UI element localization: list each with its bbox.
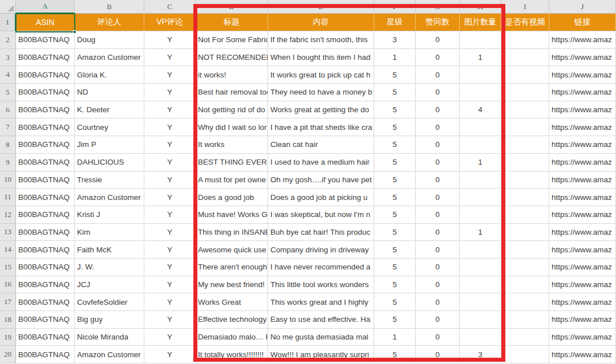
cell-F17[interactable]: 5 bbox=[374, 293, 416, 311]
cell-C5[interactable]: Y bbox=[144, 84, 196, 101]
column-letter-I[interactable]: I bbox=[501, 0, 549, 14]
cell-C11[interactable]: Y bbox=[144, 189, 196, 206]
cell-C2[interactable]: Y bbox=[144, 31, 196, 49]
header-cell-I1[interactable]: 是否有视频 bbox=[501, 14, 549, 31]
cell-A10[interactable]: B00BAGTNAQ bbox=[16, 171, 75, 189]
cell-D2[interactable]: Not For Some Fabric bbox=[196, 31, 268, 49]
cell-G10[interactable]: 0 bbox=[416, 171, 460, 189]
cell-J14[interactable]: https://www.amaz bbox=[549, 241, 616, 259]
cell-D13[interactable]: This thing in INSANE bbox=[196, 224, 268, 242]
header-cell-J1[interactable]: 链接 bbox=[549, 14, 616, 31]
cell-F20[interactable]: 5 bbox=[374, 346, 416, 363]
cell-B15[interactable]: J. W. bbox=[75, 259, 144, 276]
cell-J11[interactable]: https://www.amaz bbox=[549, 189, 616, 206]
cell-J20[interactable]: https://www.amaz bbox=[549, 346, 616, 363]
cell-F19[interactable]: 1 bbox=[374, 329, 416, 346]
cell-H13[interactable]: 1 bbox=[460, 224, 501, 242]
row-number-4[interactable]: 4 bbox=[0, 66, 16, 84]
cell-C20[interactable]: Y bbox=[144, 346, 196, 363]
cell-C3[interactable]: Y bbox=[144, 49, 196, 67]
cell-J4[interactable]: https://www.amaz bbox=[549, 66, 616, 84]
cell-B9[interactable]: DAHLICIOUS bbox=[75, 154, 144, 171]
cell-C19[interactable]: Y bbox=[144, 329, 196, 346]
cell-D14[interactable]: Awesome quick use bbox=[196, 241, 268, 259]
cell-G7[interactable]: 0 bbox=[416, 118, 460, 136]
row-number-8[interactable]: 8 bbox=[0, 136, 16, 154]
row-number-2[interactable]: 2 bbox=[0, 31, 16, 49]
cell-H6[interactable]: 4 bbox=[460, 101, 501, 119]
cell-I4[interactable] bbox=[501, 66, 549, 84]
cell-G9[interactable]: 0 bbox=[416, 154, 460, 171]
cell-B7[interactable]: Courtney bbox=[75, 118, 144, 136]
cell-H7[interactable] bbox=[460, 118, 501, 136]
cell-I5[interactable] bbox=[501, 84, 549, 101]
cell-G8[interactable]: 0 bbox=[416, 136, 460, 154]
cell-H11[interactable] bbox=[460, 189, 501, 206]
cell-H2[interactable] bbox=[460, 31, 501, 49]
cell-C18[interactable]: Y bbox=[144, 311, 196, 329]
cell-D10[interactable]: A must for pet owne bbox=[196, 171, 268, 189]
cell-G11[interactable]: 0 bbox=[416, 189, 460, 206]
cell-I9[interactable] bbox=[501, 154, 549, 171]
column-letter-J[interactable]: J bbox=[549, 0, 616, 14]
cell-D5[interactable]: Best hair removal too bbox=[196, 84, 268, 101]
cell-A16[interactable]: B00BAGTNAQ bbox=[16, 276, 75, 294]
cell-E15[interactable]: I have never recommended a bbox=[268, 259, 374, 276]
cell-I8[interactable] bbox=[501, 136, 549, 154]
cell-B6[interactable]: K. Deeter bbox=[75, 101, 144, 119]
row-number-10[interactable]: 10 bbox=[0, 171, 16, 189]
cell-B12[interactable]: Kristi J bbox=[75, 206, 144, 224]
select-all-corner[interactable] bbox=[0, 0, 16, 14]
cell-G4[interactable]: 0 bbox=[416, 66, 460, 84]
row-number-20[interactable]: 20 bbox=[0, 346, 16, 363]
cell-E10[interactable]: Oh my gosh….if you have pet bbox=[268, 171, 374, 189]
cell-D11[interactable]: Does a good job bbox=[196, 189, 268, 206]
cell-I13[interactable] bbox=[501, 224, 549, 242]
row-number-16[interactable]: 16 bbox=[0, 276, 16, 294]
cell-E2[interactable]: If the fabric isn't smooth, this bbox=[268, 31, 374, 49]
cell-J8[interactable]: https://www.amaz bbox=[549, 136, 616, 154]
cell-H8[interactable] bbox=[460, 136, 501, 154]
cell-H4[interactable] bbox=[460, 66, 501, 84]
cell-H12[interactable] bbox=[460, 206, 501, 224]
cell-D19[interactable]: Demasiado malo… R bbox=[196, 329, 268, 346]
header-cell-E1[interactable]: 内容 bbox=[268, 14, 374, 31]
row-number-9[interactable]: 9 bbox=[0, 154, 16, 171]
cell-A17[interactable]: B00BAGTNAQ bbox=[16, 293, 75, 311]
column-letter-H[interactable]: H bbox=[460, 0, 501, 14]
cell-A5[interactable]: B00BAGTNAQ bbox=[16, 84, 75, 101]
cell-A11[interactable]: B00BAGTNAQ bbox=[16, 189, 75, 206]
column-letter-D[interactable]: D bbox=[196, 0, 268, 14]
cell-G14[interactable]: 0 bbox=[416, 241, 460, 259]
header-cell-A1[interactable]: ASIN bbox=[16, 14, 75, 31]
column-letter-E[interactable]: E bbox=[268, 0, 374, 14]
cell-H18[interactable] bbox=[460, 311, 501, 329]
cell-E6[interactable]: Works great at getting the do bbox=[268, 101, 374, 119]
cell-J13[interactable]: https://www.amaz bbox=[549, 224, 616, 242]
cell-C10[interactable]: Y bbox=[144, 171, 196, 189]
cell-D18[interactable]: Effective technology bbox=[196, 311, 268, 329]
cell-G6[interactable]: 0 bbox=[416, 101, 460, 119]
cell-J19[interactable]: https://www.amaz bbox=[549, 329, 616, 346]
cell-E11[interactable]: Does a good job at picking u bbox=[268, 189, 374, 206]
cell-J15[interactable]: https://www.amaz bbox=[549, 259, 616, 276]
cell-G12[interactable]: 0 bbox=[416, 206, 460, 224]
cell-D17[interactable]: Works Great bbox=[196, 293, 268, 311]
cell-D20[interactable]: It totally works!!!!!!!! bbox=[196, 346, 268, 363]
cell-E17[interactable]: This works great and I highly bbox=[268, 293, 374, 311]
cell-F15[interactable]: 5 bbox=[374, 259, 416, 276]
cell-A13[interactable]: B00BAGTNAQ bbox=[16, 224, 75, 242]
header-cell-G1[interactable]: 赞同数 bbox=[416, 14, 460, 31]
cell-A4[interactable]: B00BAGTNAQ bbox=[16, 66, 75, 84]
cell-E12[interactable]: I was skeptical, but now I'm n bbox=[268, 206, 374, 224]
cell-C8[interactable]: Y bbox=[144, 136, 196, 154]
column-letter-B[interactable]: B bbox=[75, 0, 144, 14]
cell-E7[interactable]: I have a pit that sheds like cra bbox=[268, 118, 374, 136]
cell-H20[interactable]: 3 bbox=[460, 346, 501, 363]
header-cell-B1[interactable]: 评论人 bbox=[75, 14, 144, 31]
cell-B11[interactable]: Amazon Customer bbox=[75, 189, 144, 206]
cell-D15[interactable]: There aren't enough bbox=[196, 259, 268, 276]
cell-C12[interactable]: Y bbox=[144, 206, 196, 224]
cell-D8[interactable]: It works bbox=[196, 136, 268, 154]
cell-F6[interactable]: 5 bbox=[374, 101, 416, 119]
